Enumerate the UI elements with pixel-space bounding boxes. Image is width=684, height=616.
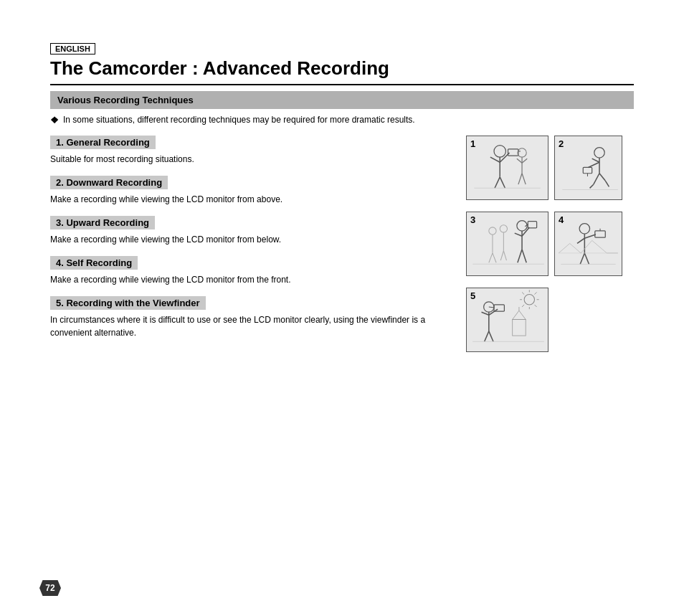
technique-heading-5: 5. Recording with the Viewfinder xyxy=(50,296,206,310)
image-1-number: 1 xyxy=(470,138,475,149)
svg-line-32 xyxy=(500,251,503,260)
technique-block-1: 1. General Recording Suitable for most r… xyxy=(50,136,452,166)
language-badge: ENGLISH xyxy=(50,43,95,55)
svg-line-37 xyxy=(515,233,522,236)
image-1-box: 1 xyxy=(466,136,548,200)
svg-line-29 xyxy=(493,253,496,262)
page-container: ENGLISH The Camcorder : Advanced Recordi… xyxy=(0,0,684,381)
svg-line-24 xyxy=(605,181,609,186)
svg-point-26 xyxy=(489,227,496,234)
svg-line-68 xyxy=(482,312,489,315)
svg-line-70 xyxy=(489,307,494,308)
technique-heading-2: 2. Downward Recording xyxy=(50,176,168,189)
image-5-number: 5 xyxy=(470,290,475,301)
svg-line-50 xyxy=(584,253,589,265)
technique-block-3: 3. Upward Recording Make a recording whi… xyxy=(50,216,452,246)
svg-rect-19 xyxy=(583,167,592,173)
image-5-illustration xyxy=(467,288,548,351)
technique-desc-5: In circumstances where it is difficult t… xyxy=(50,313,452,339)
svg-line-12 xyxy=(517,158,522,163)
left-column: 1. General Recording Suitable for most r… xyxy=(50,136,452,352)
technique-heading-3: 3. Upward Recording xyxy=(50,216,155,229)
technique-heading-4: 4. Self Recording xyxy=(50,256,138,270)
intro-text: In some situations, different recording … xyxy=(63,115,415,125)
svg-line-72 xyxy=(489,331,493,341)
svg-line-7 xyxy=(500,177,505,188)
svg-rect-4 xyxy=(508,149,518,156)
svg-line-11 xyxy=(522,174,526,184)
svg-line-10 xyxy=(518,174,522,184)
svg-point-43 xyxy=(579,224,589,234)
svg-line-17 xyxy=(589,162,600,167)
page-number: 72 xyxy=(39,580,61,596)
svg-line-40 xyxy=(518,250,522,262)
svg-point-8 xyxy=(518,148,526,157)
svg-point-53 xyxy=(524,295,534,305)
image-4-illustration xyxy=(555,212,622,275)
svg-line-21 xyxy=(594,174,599,185)
svg-line-58 xyxy=(522,292,524,294)
image-row-2: 3 xyxy=(466,212,634,276)
image-5-box: 5 xyxy=(466,288,548,352)
intro-line: ❖ In some situations, different recordin… xyxy=(50,115,634,125)
svg-line-22 xyxy=(599,174,605,181)
technique-block-5: 5. Recording with the Viewfinder In circ… xyxy=(50,296,452,339)
svg-line-33 xyxy=(503,251,506,260)
svg-line-59 xyxy=(535,292,537,294)
technique-desc-1: Suitable for most recording situations. xyxy=(50,153,452,166)
svg-rect-62 xyxy=(513,319,526,336)
svg-line-36 xyxy=(522,227,529,236)
svg-line-13 xyxy=(522,158,527,163)
image-2-number: 2 xyxy=(559,138,564,149)
section-header: Various Recording Techniques xyxy=(50,91,634,109)
image-1-illustration xyxy=(467,136,548,199)
svg-line-6 xyxy=(495,177,500,188)
technique-desc-4: Make a recording while viewing the LCD m… xyxy=(50,273,452,286)
svg-line-18 xyxy=(592,158,599,162)
svg-line-71 xyxy=(485,331,489,341)
image-3-number: 3 xyxy=(470,214,475,225)
svg-line-60 xyxy=(522,305,524,307)
svg-marker-63 xyxy=(513,311,526,319)
svg-line-49 xyxy=(580,253,584,265)
image-row-3: 5 xyxy=(466,288,634,352)
technique-heading-1: 1. General Recording xyxy=(50,136,156,149)
svg-point-15 xyxy=(594,148,604,158)
svg-line-45 xyxy=(584,234,596,238)
image-4-box: 4 xyxy=(554,212,622,276)
image-row-1: 1 xyxy=(466,136,634,200)
technique-block-4: 4. Self Recording Make a recording while… xyxy=(50,256,452,286)
image-2-box: 2 xyxy=(554,136,622,200)
technique-desc-3: Make a recording while viewing the LCD m… xyxy=(50,233,452,246)
svg-point-30 xyxy=(500,225,507,232)
image-4-number: 4 xyxy=(559,214,564,225)
page-title: The Camcorder : Advanced Recording xyxy=(50,57,634,85)
technique-desc-2: Make a recording while viewing the LCD m… xyxy=(50,193,452,206)
right-column: 1 xyxy=(466,136,634,352)
image-3-box: 3 xyxy=(466,212,548,276)
content-area: 1. General Recording Suitable for most r… xyxy=(50,136,634,352)
svg-line-41 xyxy=(522,250,526,262)
svg-point-65 xyxy=(484,302,494,312)
svg-rect-46 xyxy=(595,231,605,237)
svg-line-48 xyxy=(577,238,584,243)
svg-line-28 xyxy=(489,253,493,262)
svg-line-23 xyxy=(590,184,594,188)
svg-rect-38 xyxy=(528,222,536,228)
svg-line-61 xyxy=(535,305,537,307)
svg-point-0 xyxy=(494,146,505,157)
technique-block-2: 2. Downward Recording Make a recording w… xyxy=(50,176,452,206)
image-3-illustration xyxy=(467,212,548,275)
cross-symbol: ❖ xyxy=(50,115,59,125)
svg-line-2 xyxy=(490,157,500,162)
image-2-illustration xyxy=(555,136,622,199)
